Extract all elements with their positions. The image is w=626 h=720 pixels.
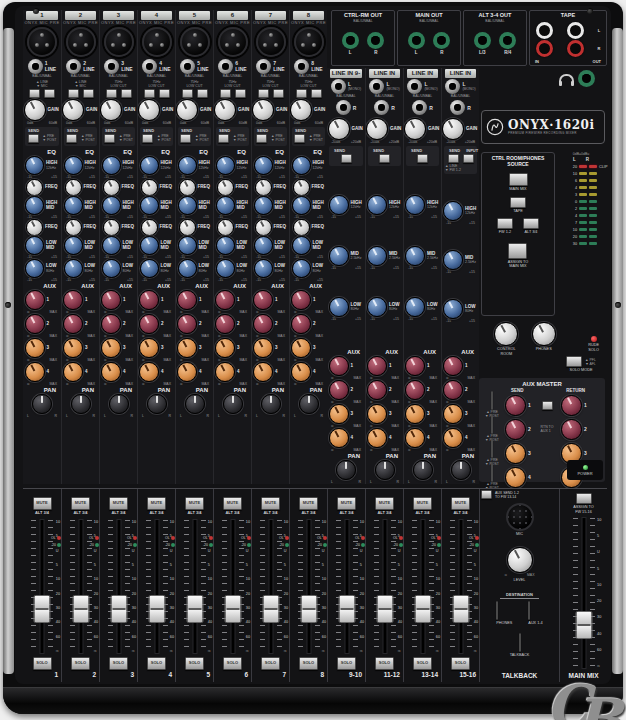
eq-low-mid-knob[interactable]: [25, 236, 44, 255]
low-cut-switch[interactable]: [144, 89, 155, 98]
aux-send-4-knob[interactable]: [291, 362, 311, 382]
eq-freq-knob[interactable]: [293, 179, 310, 196]
aux-send-2-knob[interactable]: [443, 380, 463, 400]
low-cut-switch[interactable]: [258, 89, 269, 98]
aux-pre-post-switch[interactable]: [491, 415, 493, 434]
fader-cap[interactable]: [452, 595, 469, 623]
aux-send-3-knob[interactable]: [367, 404, 387, 424]
eq-low-mid-knob[interactable]: [254, 236, 273, 255]
eq-low-knob[interactable]: [405, 297, 425, 317]
aux-send-3-knob[interactable]: [405, 404, 425, 424]
aux-send-1-knob[interactable]: [25, 290, 45, 310]
eq-low-knob[interactable]: [254, 259, 273, 278]
pan-knob[interactable]: [375, 460, 395, 480]
eq-low-mid-knob[interactable]: [64, 236, 83, 255]
aux-send-2-knob[interactable]: [25, 314, 45, 334]
phones-knob[interactable]: [532, 322, 556, 346]
rtn-to-aux1-button[interactable]: [542, 401, 553, 410]
solo-button[interactable]: SOLO: [375, 657, 394, 670]
aux-send-2-knob[interactable]: [215, 314, 235, 334]
aux-master-send-3-knob[interactable]: [505, 443, 526, 464]
channel-option-switch[interactable]: [121, 89, 132, 98]
mute-button[interactable]: MUTE: [147, 497, 166, 510]
eq-freq-knob[interactable]: [217, 219, 234, 236]
aux-send-3-knob[interactable]: [443, 404, 463, 424]
pan-knob[interactable]: [71, 394, 91, 414]
aux-send-2-knob[interactable]: [291, 314, 311, 334]
aux-master-send-4-knob[interactable]: [505, 467, 526, 488]
eq-low-knob[interactable]: [329, 297, 349, 317]
aux-send-1-knob[interactable]: [177, 290, 197, 310]
channel-option-switch[interactable]: [311, 89, 322, 98]
aux-master-send-2-knob[interactable]: [505, 419, 526, 440]
eq-freq-knob[interactable]: [103, 179, 120, 196]
aux-send-3-knob[interactable]: [177, 338, 197, 358]
fader-cap[interactable]: [72, 595, 89, 623]
mute-button[interactable]: MUTE: [413, 497, 432, 510]
aux-pre-post-switch[interactable]: [491, 463, 493, 482]
mute-button[interactable]: MUTE: [109, 497, 128, 510]
eq-mid-knob[interactable]: [367, 246, 387, 266]
fader-cap[interactable]: [414, 595, 431, 623]
eq-high-mid-knob[interactable]: [102, 196, 121, 215]
eq-high-knob[interactable]: [216, 156, 235, 175]
aux-send-1-knob[interactable]: [215, 290, 235, 310]
mute-button[interactable]: MUTE: [33, 497, 52, 510]
aux-send-4-knob[interactable]: [253, 362, 273, 382]
eq-high-knob[interactable]: [64, 156, 83, 175]
fader-cap[interactable]: [224, 595, 241, 623]
channel-option-switch[interactable]: [273, 89, 284, 98]
pan-knob[interactable]: [413, 460, 433, 480]
gain-knob[interactable]: [442, 118, 464, 140]
eq-low-mid-knob[interactable]: [178, 236, 197, 255]
eq-freq-knob[interactable]: [26, 179, 43, 196]
pan-knob[interactable]: [299, 394, 319, 414]
solo-button[interactable]: SOLO: [33, 657, 52, 670]
source-fw12-button[interactable]: [497, 218, 513, 229]
gain-knob[interactable]: [24, 99, 46, 121]
aux-master-return-2-knob[interactable]: [561, 419, 582, 440]
aux-send-4-knob[interactable]: [177, 362, 197, 382]
send-pre-post-switch[interactable]: [379, 154, 390, 163]
aux-send-3-knob[interactable]: [63, 338, 83, 358]
mute-button[interactable]: MUTE: [223, 497, 242, 510]
aux-send-1-knob[interactable]: [367, 356, 387, 376]
eq-low-mid-knob[interactable]: [216, 236, 235, 255]
gain-knob[interactable]: [252, 99, 274, 121]
solo-button[interactable]: SOLO: [185, 657, 204, 670]
eq-high-mid-knob[interactable]: [216, 196, 235, 215]
fader-cap[interactable]: [262, 595, 279, 623]
phones-dest-button[interactable]: [496, 601, 498, 620]
send-pre-post-switch[interactable]: [28, 134, 39, 143]
pan-knob[interactable]: [451, 460, 471, 480]
solo-button[interactable]: SOLO: [299, 657, 318, 670]
eq-high-knob[interactable]: [140, 156, 159, 175]
fader-cap[interactable]: [338, 595, 355, 623]
solo-mode-switch[interactable]: [566, 356, 582, 367]
talkback-level-knob[interactable]: [507, 547, 533, 573]
pan-knob[interactable]: [109, 394, 129, 414]
aux14-dest-button[interactable]: [528, 601, 530, 620]
line-mic-switch[interactable]: [29, 89, 40, 98]
fader-cap[interactable]: [575, 611, 592, 639]
eq-high-mid-knob[interactable]: [292, 196, 311, 215]
send-pre-post-switch[interactable]: [294, 134, 305, 143]
eq-freq-knob[interactable]: [141, 179, 158, 196]
eq-low-knob[interactable]: [25, 259, 44, 278]
eq-high-knob[interactable]: [329, 195, 349, 215]
eq-freq-knob[interactable]: [103, 219, 120, 236]
aux-send-2-knob[interactable]: [329, 380, 349, 400]
pan-knob[interactable]: [32, 394, 52, 414]
channel-option-switch[interactable]: [235, 89, 246, 98]
eq-freq-knob[interactable]: [293, 219, 310, 236]
pan-knob[interactable]: [147, 394, 167, 414]
eq-low-mid-knob[interactable]: [292, 236, 311, 255]
pan-knob[interactable]: [185, 394, 205, 414]
fader-cap[interactable]: [148, 595, 165, 623]
aux-send-4-knob[interactable]: [405, 428, 425, 448]
eq-high-knob[interactable]: [367, 195, 387, 215]
eq-high-mid-knob[interactable]: [254, 196, 273, 215]
eq-low-knob[interactable]: [178, 259, 197, 278]
aux-send-3-knob[interactable]: [101, 338, 121, 358]
fader-cap[interactable]: [376, 595, 393, 623]
